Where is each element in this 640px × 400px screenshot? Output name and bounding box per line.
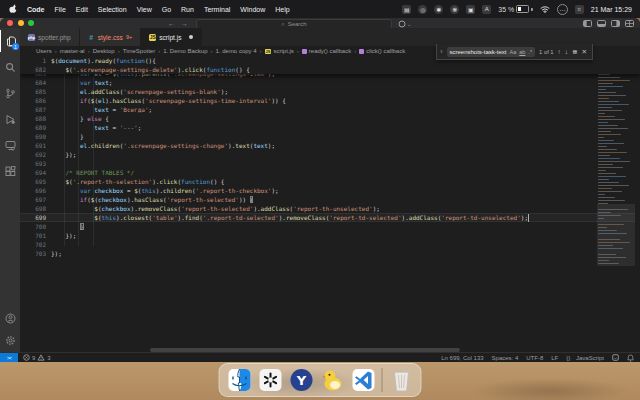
code-line-698[interactable]: 698 $(checkbox).removeClass('report-th-s…: [20, 204, 640, 213]
menu-item-code[interactable]: Code: [27, 6, 45, 13]
wifi-icon[interactable]: [540, 5, 550, 14]
line-number[interactable]: 698: [26, 204, 51, 213]
dock-icon-trash[interactable]: [389, 368, 414, 393]
line-number[interactable]: 693: [26, 159, 51, 168]
code-line-693[interactable]: 693: [20, 159, 640, 168]
remote-indicator[interactable]: ><: [0, 353, 18, 362]
copilot-icon[interactable]: ⌄: [398, 20, 411, 28]
vscode-title-bar[interactable]: ← → ⌕ Search ⌄: [0, 18, 640, 28]
indentation-setting[interactable]: Spaces: 4: [492, 355, 519, 361]
line-number[interactable]: 687: [26, 105, 51, 114]
code-line-683[interactable]: 683 var el = $(this).parents('.screenpag…: [20, 74, 640, 78]
menu-item-edit[interactable]: Edit: [76, 6, 88, 13]
dock-icon-finder[interactable]: [227, 368, 252, 393]
code-line-691[interactable]: 691 el.children('.screenpage-settings-ch…: [20, 141, 640, 150]
encoding-setting[interactable]: UTF-8: [526, 355, 543, 361]
run-debug-icon[interactable]: [0, 108, 20, 130]
whole-word-toggle[interactable]: ab: [519, 49, 525, 55]
code-line-697[interactable]: 697 if($(checkbox).hasClass('report-th-s…: [20, 195, 640, 204]
code-line-699[interactable]: 699 $(this).closest('table').find('.repo…: [20, 213, 640, 222]
tab-script.js[interactable]: JSscript.js: [141, 28, 201, 46]
line-number[interactable]: 682: [26, 65, 51, 74]
code-line-695[interactable]: 695 $('.report-th-selection').click(func…: [20, 177, 640, 186]
code-line-690[interactable]: 690 }: [20, 132, 640, 141]
code-line-696[interactable]: 696 var checkbox = $(this).children('.re…: [20, 186, 640, 195]
breadcrumb-item[interactable]: TimeSpotter: [123, 48, 155, 54]
customize-layout-icon[interactable]: [625, 20, 634, 27]
code-line-688[interactable]: 688 } else {: [20, 114, 640, 123]
line-number[interactable]: 699: [26, 213, 51, 222]
close-find-icon[interactable]: ✕: [582, 48, 587, 56]
menubar-app-icon-1[interactable]: ▤: [402, 5, 411, 14]
tab-spotter.php[interactable]: phpspotter.php: [20, 28, 80, 46]
dock-icon-visual-studio-code[interactable]: [351, 368, 376, 393]
toggle-replace-chevron-icon[interactable]: ›: [440, 48, 442, 55]
menubar-app-icon-5[interactable]: ▣: [466, 5, 475, 14]
dock-icon-yandex-browser[interactable]: Y: [289, 368, 314, 393]
line-number[interactable]: 696: [26, 186, 51, 195]
code-line-701[interactable]: 701 });: [20, 231, 640, 240]
line-number[interactable]: 688: [26, 114, 51, 123]
find-input[interactable]: screenshots-task-text Aa ab .*: [447, 47, 536, 57]
line-number[interactable]: 685: [26, 87, 51, 96]
keyboard-icon[interactable]: ⌗: [575, 5, 584, 14]
breadcrumb-item[interactable]: 1. demo copy 4: [216, 48, 257, 54]
minimap[interactable]: [597, 56, 635, 353]
menu-item-go[interactable]: Go: [162, 6, 171, 13]
code-line-685[interactable]: 685 el.addClass('screenpage-settings-bla…: [20, 87, 640, 96]
menu-item-terminal[interactable]: Terminal: [204, 6, 230, 13]
find-previous-icon[interactable]: ↑: [558, 48, 561, 55]
dock-icon-chatgpt[interactable]: [258, 368, 283, 393]
navigate-forward-icon[interactable]: →: [181, 20, 188, 27]
code-line-700[interactable]: 700 }: [20, 222, 640, 231]
code-line-686[interactable]: 686 if($(el).hasClass('screenpage-settin…: [20, 96, 640, 105]
line-number[interactable]: 697: [26, 195, 51, 204]
line-number[interactable]: 701: [26, 231, 51, 240]
line-number[interactable]: 684: [26, 78, 51, 87]
code-line-702[interactable]: 702: [20, 240, 640, 249]
code-line-684[interactable]: 684 var text;: [20, 78, 640, 87]
menu-item-view[interactable]: View: [137, 6, 152, 13]
line-number[interactable]: 1: [26, 56, 51, 65]
modified-dot-icon[interactable]: [189, 35, 193, 39]
remote-explorer-icon[interactable]: [0, 134, 20, 156]
breadcrumb-item[interactable]: JSscript.js: [265, 48, 294, 54]
navigate-back-icon[interactable]: ←: [168, 20, 175, 27]
find-query[interactable]: screenshots-task-text: [450, 49, 507, 55]
line-number[interactable]: 694: [26, 168, 51, 177]
breadcrumb-item[interactable]: Desktop: [93, 48, 115, 54]
explorer-icon[interactable]: 1: [0, 30, 21, 52]
toggle-panel-icon[interactable]: [597, 20, 606, 27]
line-number[interactable]: 691: [26, 141, 51, 150]
apple-menu-icon[interactable]: [9, 4, 17, 14]
line-number[interactable]: 686: [26, 96, 51, 105]
breadcrumb-item[interactable]: ready() callback: [302, 48, 351, 54]
battery-indicator[interactable]: 35 %: [498, 5, 532, 13]
regex-toggle[interactable]: .*: [528, 49, 532, 55]
extensions-icon[interactable]: [0, 160, 20, 182]
menu-item-help[interactable]: Help: [275, 6, 289, 13]
menu-item-window[interactable]: Window: [240, 6, 265, 13]
line-number[interactable]: 689: [26, 123, 51, 132]
line-number[interactable]: 692: [26, 150, 51, 159]
menu-item-file[interactable]: File: [55, 6, 66, 13]
find-in-selection-icon[interactable]: ≣: [572, 48, 577, 56]
minimize-window-button[interactable]: [18, 20, 24, 26]
breadcrumb-item[interactable]: master-al: [60, 48, 85, 54]
search-view-icon[interactable]: [0, 56, 20, 78]
menubar-app-icon-3[interactable]: ✱: [434, 5, 443, 14]
source-control-icon[interactable]: [0, 82, 20, 104]
code-line-703[interactable]: 703});: [20, 249, 640, 258]
eol-setting[interactable]: LF: [551, 355, 558, 361]
line-number[interactable]: 683: [26, 74, 51, 78]
line-number[interactable]: 695: [26, 177, 51, 186]
match-case-toggle[interactable]: Aa: [510, 49, 517, 55]
code-line-689[interactable]: 689 text = '---';: [20, 123, 640, 132]
menubar-sync-icon[interactable]: ⋯: [557, 4, 568, 15]
input-source-icon[interactable]: A: [482, 5, 491, 14]
line-number[interactable]: 700: [26, 222, 51, 231]
code-line-687[interactable]: 687 text = 'Всегда';: [20, 105, 640, 114]
line-number[interactable]: 703: [26, 249, 51, 258]
dock-icon-cyberduck[interactable]: [320, 368, 345, 393]
close-window-button[interactable]: [7, 20, 13, 26]
